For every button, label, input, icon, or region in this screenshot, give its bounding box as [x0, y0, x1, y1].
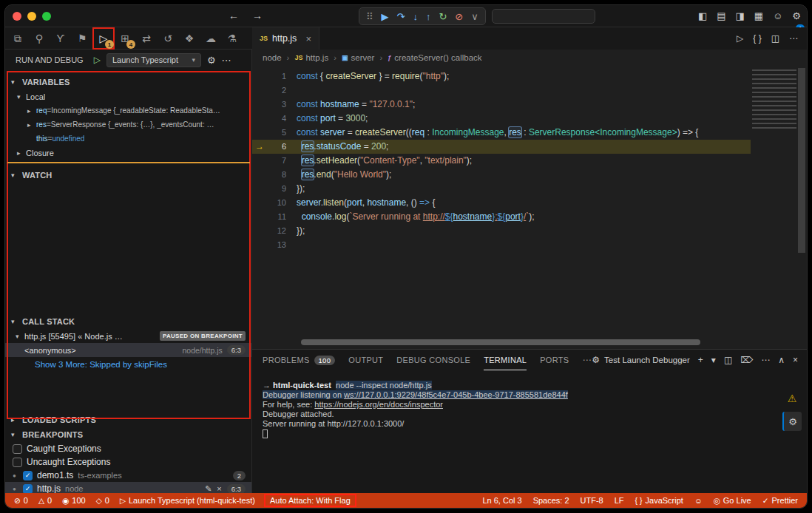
start-debugging-button[interactable]: ▷ [94, 55, 101, 65]
terminal-warning-icon[interactable]: ⚠ [788, 393, 797, 404]
explorer-icon[interactable]: ⧉ [8, 29, 27, 48]
debug-current-line-icon[interactable] [252, 69, 267, 84]
twistie-icon[interactable]: ▾ [16, 333, 24, 340]
editor-more-actions-icon[interactable]: ⋯ [789, 33, 798, 44]
status-language-mode[interactable]: { }JavaScript [635, 496, 683, 505]
drag-grip-icon[interactable]: ⠿ [366, 11, 373, 22]
debug-current-line-icon[interactable] [252, 112, 267, 126]
call-stack-section-header[interactable]: ▾CALL STACK [5, 314, 251, 329]
horizontal-scrollbar-thumb[interactable] [301, 339, 700, 345]
breadcrumb-item[interactable]: node [263, 53, 282, 62]
loaded-scripts-section-header[interactable]: ▸LOADED SCRIPTS [5, 412, 251, 427]
toggle-secondary-sidebar-icon[interactable]: ◨ [735, 10, 744, 29]
debug-settings-gear-icon[interactable]: ⚙ [207, 55, 216, 66]
breakpoint-checkbox[interactable] [13, 458, 22, 467]
panel-tab-ports[interactable]: PORTS [540, 350, 569, 370]
close-panel-icon[interactable]: × [793, 355, 798, 365]
debug-toolbar-dropdown-icon[interactable]: ∨ [471, 11, 478, 22]
customize-layout-icon[interactable]: ▦ [754, 10, 763, 29]
remote-icon[interactable]: ⇄ [137, 29, 156, 48]
status-error-count[interactable]: ⊘0 [14, 496, 28, 505]
panel-tab-terminal[interactable]: TERMINAL [484, 350, 527, 370]
variable-row[interactable]: ▸Closure [5, 146, 251, 160]
breakpoint-checkbox[interactable] [13, 444, 22, 454]
breakpoint-row[interactable]: Uncaught Exceptions [5, 455, 251, 469]
toggle-primary-sidebar-icon[interactable]: ◧ [698, 10, 707, 29]
shield-icon[interactable]: ❖ [180, 29, 199, 48]
status-indentation[interactable]: Spaces: 2 [533, 496, 569, 505]
panel-tab-output[interactable]: OUTPUT [348, 350, 383, 370]
breadcrumb-item[interactable]: ▣server [342, 53, 374, 62]
debug-current-line-icon[interactable] [252, 238, 267, 252]
launch-configuration-dropdown[interactable]: Launch Typescript ▾ [106, 53, 201, 67]
status-feedback[interactable]: ☺ [694, 496, 703, 505]
maximize-panel-icon[interactable]: ∧ [778, 355, 785, 365]
braces-icon[interactable]: { } [753, 33, 761, 44]
breakpoint-checkbox[interactable]: ✓ [23, 484, 33, 494]
debug-current-line-icon[interactable] [252, 154, 267, 168]
settings-gear-icon[interactable]: ⚙1 [792, 10, 801, 29]
vertical-scrollbar-thumb[interactable] [798, 68, 805, 253]
breakpoint-row[interactable]: ●✓demo1.tsts-examples2 [5, 469, 251, 482]
debug-current-line-icon[interactable] [252, 98, 267, 112]
close-icon[interactable]: × [305, 33, 311, 44]
vertical-scrollbar[interactable] [796, 66, 807, 349]
run-debug-icon[interactable]: ▷1 [94, 29, 113, 48]
variable-row[interactable]: ▾Local [5, 89, 251, 103]
panel-tab-problems[interactable]: PROBLEMS100 [263, 350, 335, 370]
chevron-icon[interactable]: ▾ [11, 78, 18, 86]
docker-icon[interactable]: ☁ [201, 29, 220, 48]
close-icon[interactable]: × [217, 484, 221, 493]
account-icon[interactable]: ☺ [773, 10, 782, 29]
debug-current-line-icon[interactable] [252, 168, 267, 182]
twistie-icon[interactable]: ▸ [17, 149, 26, 157]
status-auto-attach[interactable]: Auto Attach: With Flag [265, 495, 355, 506]
watch-section-header[interactable]: ▾WATCH [5, 168, 251, 183]
status-warning-count[interactable]: △0 [38, 496, 52, 505]
terminal-dropdown-icon[interactable]: ▾ [711, 355, 716, 365]
minimap[interactable] [752, 69, 796, 130]
continue-button[interactable]: ▶ [382, 11, 389, 22]
step-into-button[interactable]: ↓ [413, 11, 418, 22]
twistie-icon[interactable]: ▸ [27, 107, 36, 115]
step-over-button[interactable]: ↷ [397, 11, 405, 22]
panel-more-actions-icon[interactable]: ⋯ [761, 355, 770, 365]
edit-icon[interactable]: ✎ [205, 484, 212, 494]
zoom-button[interactable] [42, 12, 51, 21]
status-cursor-position[interactable]: Ln 6, Col 3 [482, 496, 521, 505]
command-center[interactable] [492, 9, 595, 24]
call-stack-session-row[interactable]: ▾http.js [55495] « Node.js …PAUSED ON BR… [5, 329, 251, 343]
status-prettier[interactable]: ✓Prettier [762, 496, 798, 505]
twistie-icon[interactable]: ▸ [27, 121, 36, 129]
split-terminal-icon[interactable]: ◫ [724, 355, 732, 365]
variable-row[interactable]: ▸res = ServerResponse {_events: {…}, _ev… [5, 118, 251, 132]
panel-tab-overflow-icon[interactable]: ⋯ [582, 355, 591, 365]
source-control-icon[interactable]: ϒ [51, 29, 70, 48]
debug-current-line-icon[interactable] [252, 196, 267, 210]
forward-icon[interactable]: → [252, 10, 263, 21]
chevron-icon[interactable]: ▾ [11, 431, 18, 438]
close-button[interactable] [13, 12, 21, 21]
breadcrumb-item[interactable]: JShttp.js [294, 53, 328, 62]
twistie-icon[interactable]: ▾ [17, 93, 26, 101]
history-icon[interactable]: ↺ [158, 29, 177, 48]
breakpoint-row[interactable]: ●✓http.jsnode✎×6:3 [5, 482, 251, 493]
debug-current-line-icon[interactable] [252, 182, 267, 196]
status-go-live[interactable]: ◎Go Live [714, 496, 751, 505]
breakpoints-section-header[interactable]: ▾BREAKPOINTS [5, 427, 251, 442]
step-out-button[interactable]: ↑ [426, 11, 431, 22]
status-eol[interactable]: LF [615, 496, 624, 505]
breakpoint-checkbox[interactable]: ✓ [23, 471, 33, 480]
chevron-icon[interactable]: ▾ [11, 171, 18, 179]
new-terminal-icon[interactable]: + [698, 355, 703, 365]
chevron-icon[interactable]: ▾ [11, 318, 18, 325]
chevron-icon[interactable]: ▸ [11, 416, 18, 424]
debug-current-line-icon[interactable] [252, 126, 267, 140]
run-file-icon[interactable]: ▷ [737, 33, 743, 44]
debug-current-line-icon[interactable] [252, 84, 267, 98]
breadcrumb-item[interactable]: ƒcreateServer() callback [388, 53, 481, 62]
toggle-panel-icon[interactable]: ▤ [717, 10, 725, 29]
code-editor[interactable]: 1const { createServer } = require("http"… [252, 66, 751, 349]
restart-button[interactable]: ↻ [439, 11, 447, 22]
status-aux-count[interactable]: ◇0 [96, 496, 109, 505]
